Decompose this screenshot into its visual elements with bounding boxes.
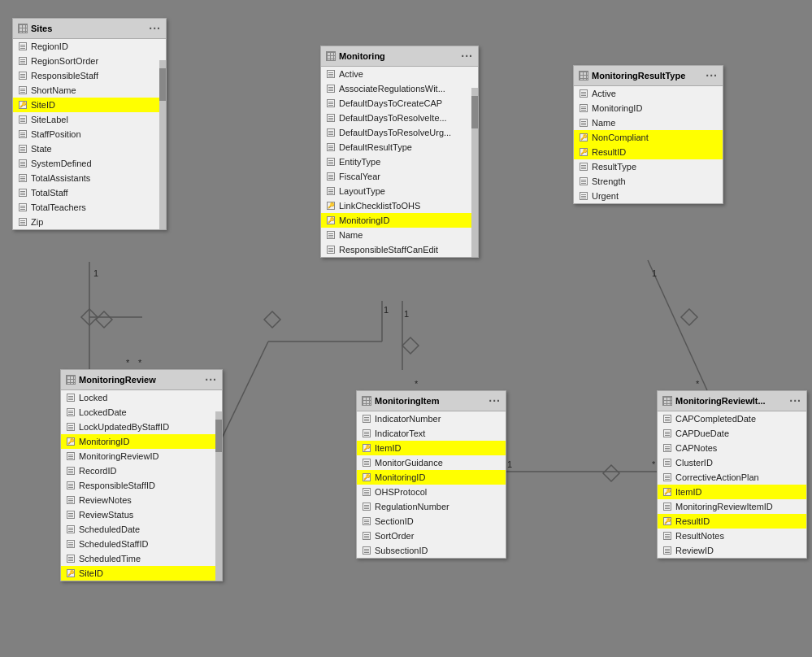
- table-row: Urgent: [574, 189, 723, 203]
- monitoring-review-menu-dots[interactable]: ···: [205, 373, 217, 386]
- svg-marker-14: [402, 337, 419, 354]
- field-icon: [327, 128, 335, 137]
- table-row: ResponsibleStaff: [13, 68, 166, 83]
- table-row: MonitoringID: [321, 213, 478, 228]
- table-row: ResponsibleStaffID: [61, 478, 222, 493]
- table-row: SortOrder: [357, 529, 506, 543]
- field-icon: [19, 130, 27, 138]
- field-icon: [67, 452, 75, 460]
- field-icon: [363, 503, 371, 511]
- svg-text:*: *: [696, 379, 700, 389]
- monitoring-result-type-menu-dots[interactable]: ···: [706, 69, 718, 82]
- field-icon: [19, 145, 27, 153]
- field-icon: [580, 177, 588, 185]
- sites-scrollbar[interactable]: [159, 60, 166, 229]
- monitoring-result-type-table: MonitoringResultType ··· Active Monitori…: [573, 65, 723, 204]
- key-icon: [19, 101, 27, 109]
- field-icon: [663, 546, 671, 555]
- field-icon: [67, 540, 75, 548]
- table-row: LockedDate: [61, 405, 222, 420]
- monitoring-table-header: Monitoring ···: [321, 46, 478, 67]
- key-icon: [363, 473, 371, 481]
- field-icon: [327, 187, 335, 195]
- field-icon: [67, 511, 75, 519]
- table-row: CAPDueDate: [658, 426, 806, 441]
- key-icon: [67, 437, 75, 446]
- svg-line-16: [648, 260, 707, 390]
- monitoring-review-item-grid-icon: [662, 396, 672, 406]
- field-icon: [663, 503, 671, 511]
- table-row: IndicatorNumber: [357, 411, 506, 426]
- field-icon: [19, 189, 27, 197]
- monitoring-grid-icon: [326, 51, 336, 61]
- monitoring-scrollbar[interactable]: [471, 88, 478, 257]
- svg-text:*: *: [652, 459, 656, 469]
- table-row: ScheduledTime: [61, 551, 222, 566]
- table-row: ResponsibleStaffCanEdit: [321, 242, 478, 257]
- table-row: RegionSortOrder: [13, 54, 166, 68]
- field-icon: [580, 119, 588, 127]
- field-icon: [663, 473, 671, 481]
- table-row: DefaultDaysToResolveUrg...: [321, 125, 478, 140]
- monitoring-menu-dots[interactable]: ···: [461, 50, 473, 63]
- svg-line-8: [219, 342, 268, 443]
- field-icon: [67, 394, 75, 402]
- monitoring-review-item-menu-dots[interactable]: ···: [789, 394, 801, 407]
- monitoring-review-item-header: MonitoringReviewIt... ···: [658, 391, 806, 411]
- field-icon: [663, 429, 671, 437]
- table-row: Name: [321, 228, 478, 242]
- table-row: TotalTeachers: [13, 200, 166, 215]
- table-row: DefaultDaysToCreateCAP: [321, 96, 478, 111]
- table-row: MonitorGuidance: [357, 455, 506, 470]
- table-row: ReviewID: [658, 543, 806, 558]
- monitoring-review-table: MonitoringReview ··· Locked LockedDate L…: [60, 369, 223, 581]
- table-row: SectionID: [357, 514, 506, 529]
- table-row: FiscalYear: [321, 169, 478, 184]
- key-icon: [327, 216, 335, 224]
- svg-text:*: *: [415, 379, 419, 389]
- field-icon: [67, 525, 75, 533]
- monitoring-item-table: MonitoringItem ··· IndicatorNumber Indic…: [356, 390, 506, 559]
- table-row: ShortName: [13, 83, 166, 98]
- monitoring-result-type-grid-icon: [579, 71, 588, 80]
- field-icon: [663, 444, 671, 452]
- field-icon: [580, 192, 588, 200]
- monitoring-item-menu-dots[interactable]: ···: [489, 394, 501, 407]
- table-row: Strength: [574, 174, 723, 189]
- table-row: Name: [574, 115, 723, 130]
- table-row: ResultID: [574, 145, 723, 159]
- field-icon: [67, 496, 75, 504]
- table-row: RegulationNumber: [357, 499, 506, 514]
- svg-marker-18: [681, 309, 697, 325]
- table-row: ClusterID: [658, 455, 806, 470]
- monitoring-review-grid-icon: [66, 375, 76, 385]
- field-icon: [19, 86, 27, 94]
- monitoring-review-scrollbar[interactable]: [215, 411, 222, 581]
- field-icon: [67, 423, 75, 431]
- table-row: AssociateRegulationsWit...: [321, 81, 478, 96]
- field-icon: [19, 218, 27, 226]
- monitoring-item-grid-icon: [362, 396, 371, 406]
- sites-menu-dots[interactable]: ···: [149, 22, 161, 35]
- monitoring-review-title: MonitoringReview: [79, 375, 156, 385]
- table-row: MonitoringReviewItemID: [658, 499, 806, 514]
- field-icon: [327, 246, 335, 254]
- svg-text:*: *: [126, 358, 130, 368]
- table-row: Active: [574, 86, 723, 101]
- table-row: OHSProtocol: [357, 485, 506, 499]
- field-icon: [327, 70, 335, 78]
- monitoring-title: Monitoring: [339, 51, 385, 61]
- field-icon: [363, 517, 371, 525]
- table-row: SystemDefined: [13, 156, 166, 171]
- field-icon: [327, 231, 335, 239]
- svg-marker-24: [96, 311, 112, 328]
- svg-text:1: 1: [652, 268, 657, 278]
- field-icon: [19, 174, 27, 182]
- key-icon: [67, 569, 75, 577]
- field-icon: [663, 459, 671, 467]
- field-icon: [363, 429, 371, 437]
- table-row: EntityType: [321, 154, 478, 169]
- field-icon: [327, 143, 335, 151]
- table-row: MonitoringID: [357, 470, 506, 485]
- monitoring-table: Monitoring ··· Active AssociateRegulatio…: [320, 46, 479, 258]
